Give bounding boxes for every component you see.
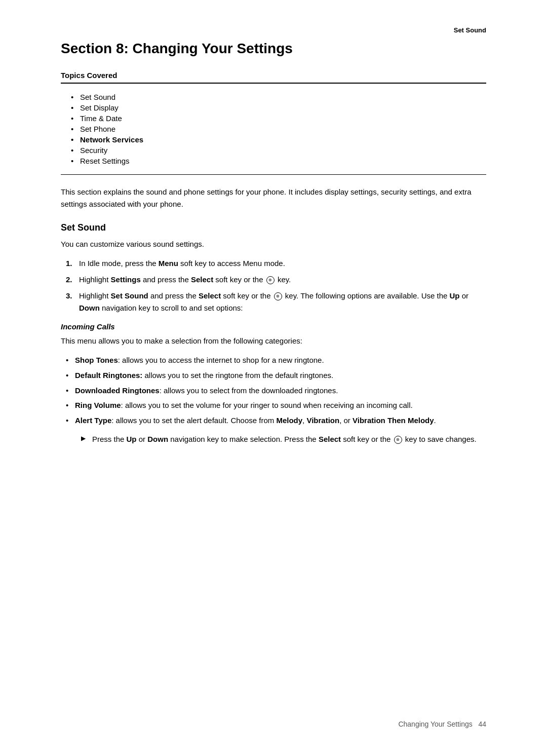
step-num: 3. xyxy=(66,290,72,302)
scroll-icon: ⊛ xyxy=(266,276,275,284)
scroll-icon: ⊛ xyxy=(274,292,282,300)
list-item: Reset Settings xyxy=(71,157,486,165)
topics-covered-section: Topics Covered Set Sound Set Display Tim… xyxy=(61,71,486,175)
footer-right: Changing Your Settings 44 xyxy=(398,720,486,728)
arrow-list: Press the Up or Down navigation key to m… xyxy=(81,433,486,445)
step-num: 1. xyxy=(66,257,72,270)
topics-list: Set Sound Set Display Time & Date Set Ph… xyxy=(71,93,486,165)
steps-list: 1. In Idle mode, press the Menu soft key… xyxy=(61,257,486,314)
incoming-calls-list: Shop Tones: allows you to access the int… xyxy=(66,354,486,427)
divider-top xyxy=(61,83,486,84)
header-top-label: Set Sound xyxy=(454,26,486,34)
step-3: 3. Highlight Set Sound and press the Sel… xyxy=(61,290,486,314)
intro-text: This section explains the sound and phon… xyxy=(61,186,486,210)
set-sound-title: Set Sound xyxy=(61,222,486,233)
set-sound-intro: You can customize various sound settings… xyxy=(61,238,486,250)
incoming-calls-title: Incoming Calls xyxy=(61,322,486,331)
list-item: Default Ringtones: allows you to set the… xyxy=(66,369,486,382)
footer-text: Changing Your Settings xyxy=(398,720,472,728)
arrow-list-item: Press the Up or Down navigation key to m… xyxy=(81,433,486,445)
list-item: Set Phone xyxy=(71,125,486,133)
list-item: Alert Type: allows you to set the alert … xyxy=(66,414,486,427)
step-1: 1. In Idle mode, press the Menu soft key… xyxy=(61,257,486,270)
step-num: 2. xyxy=(66,274,72,286)
list-item: Set Display xyxy=(71,103,486,112)
list-item: Time & Date xyxy=(71,114,486,123)
incoming-calls-intro: This menu allows you to make a selection… xyxy=(61,335,486,347)
list-item: Ring Volume: allows you to set the volum… xyxy=(66,399,486,412)
page-number: 44 xyxy=(478,720,486,728)
section-title: Section 8: Changing Your Settings xyxy=(61,41,486,57)
step-2: 2. Highlight Settings and press the Sele… xyxy=(61,274,486,286)
list-item: Downloaded Ringtones: allows you to sele… xyxy=(66,385,486,397)
topics-covered-label: Topics Covered xyxy=(61,71,486,80)
divider-bottom xyxy=(61,174,486,175)
page-container: Set Sound Section 8: Changing Your Setti… xyxy=(0,0,547,756)
scroll-icon: ⊛ xyxy=(394,436,402,444)
list-item: Security xyxy=(71,146,486,155)
incoming-calls-section: Incoming Calls This menu allows you to m… xyxy=(61,322,486,445)
list-item: Set Sound xyxy=(71,93,486,101)
list-item: Network Services xyxy=(71,135,486,144)
list-item: Shop Tones: allows you to access the int… xyxy=(66,354,486,367)
set-sound-section: Set Sound You can customize various soun… xyxy=(61,222,486,314)
